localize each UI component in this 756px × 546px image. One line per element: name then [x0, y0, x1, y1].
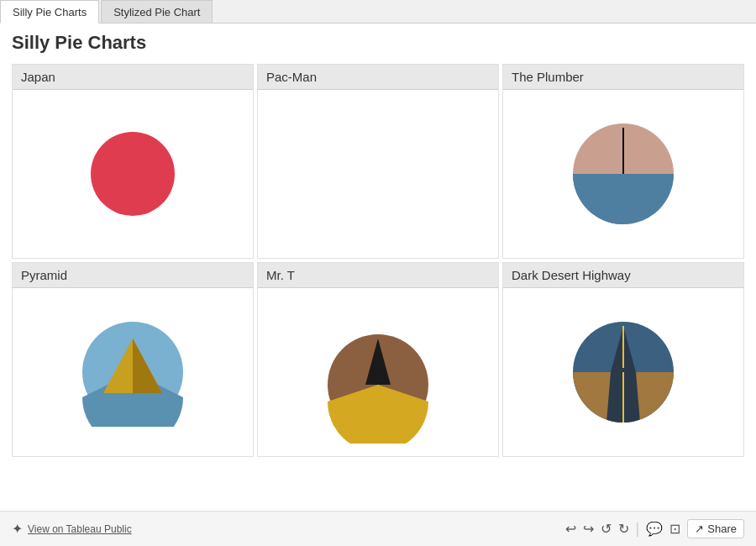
share-icon: ↗: [695, 522, 704, 535]
chart-japan: Japan: [12, 64, 254, 259]
japan-circle: [91, 132, 175, 216]
footer: ✦ View on Tableau Public ↩ ↪ ↺ ↻ | 💬 ⊡ ↗…: [0, 511, 756, 546]
footer-right: ↩ ↪ ↺ ↻ | 💬 ⊡ ↗ Share: [565, 519, 744, 538]
chart-japan-area: [13, 90, 253, 258]
highway-svg: [569, 318, 678, 427]
revert-icon[interactable]: ↺: [601, 521, 612, 537]
chart-plumber-area: [503, 90, 743, 258]
mrt-svg: [319, 301, 437, 444]
pacman-svg: [323, 119, 433, 228]
separator: |: [636, 520, 640, 538]
charts-grid: Japan Pac-Man The Plumber: [12, 64, 744, 457]
forward-icon[interactable]: ↻: [618, 521, 629, 537]
chart-pyramid-label: Pyramid: [13, 263, 253, 288]
tableau-link[interactable]: View on Tableau Public: [28, 523, 132, 535]
chart-highway-label: Dark Desert Highway: [503, 263, 743, 288]
share-button[interactable]: ↗ Share: [687, 519, 744, 538]
chart-mrt-label: Mr. T: [258, 263, 498, 288]
chart-plumber-label: The Plumber: [503, 65, 743, 90]
chart-mrt: Mr. T: [257, 262, 499, 457]
comment-icon[interactable]: 💬: [646, 521, 663, 537]
chart-mrt-area: [258, 288, 498, 456]
expand-icon[interactable]: ⊡: [669, 521, 680, 537]
footer-left: ✦ View on Tableau Public: [12, 521, 132, 537]
chart-plumber: The Plumber: [502, 64, 744, 259]
main-content: Silly Pie Charts Japan Pac-Man The P: [0, 24, 756, 465]
chart-pyramid: Pyramid: [12, 262, 254, 457]
chart-pacman-area: [258, 90, 498, 258]
undo-icon[interactable]: ↩: [565, 521, 576, 537]
plumber-svg: [569, 119, 678, 228]
tableau-icon: ✦: [12, 521, 23, 537]
chart-pyramid-area: [13, 288, 253, 456]
chart-pacman: Pac-Man: [257, 64, 499, 259]
tab-bar: Silly Pie Charts Stylized Pie Chart: [0, 0, 756, 24]
tab-silly-pie-charts[interactable]: Silly Pie Charts: [0, 0, 99, 24]
chart-highway: Dark Desert Highway: [502, 262, 744, 457]
pyramid-svg: [78, 318, 187, 427]
redo-icon[interactable]: ↪: [583, 521, 594, 537]
tab-stylized-pie-chart[interactable]: Stylized Pie Chart: [101, 0, 213, 23]
share-label: Share: [707, 522, 737, 535]
chart-pacman-label: Pac-Man: [258, 65, 498, 90]
chart-highway-area: [503, 288, 743, 456]
chart-japan-label: Japan: [13, 65, 253, 90]
page-title: Silly Pie Charts: [12, 32, 744, 54]
